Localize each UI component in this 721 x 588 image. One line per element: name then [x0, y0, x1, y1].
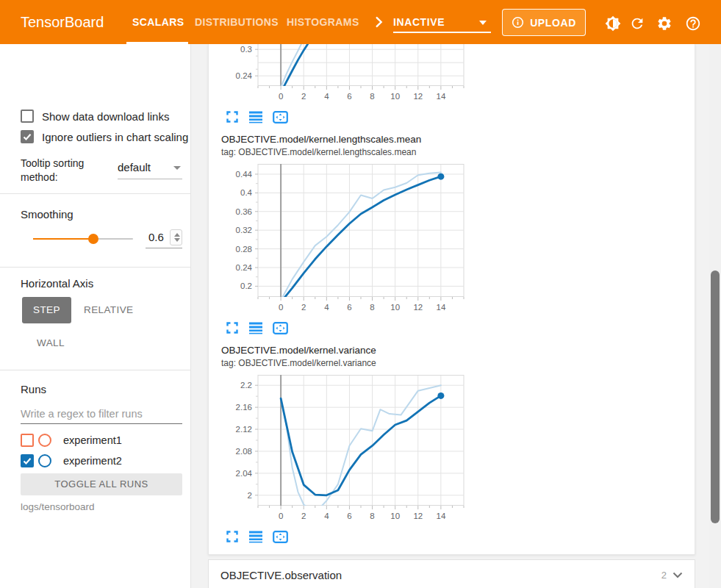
app-title: TensorBoard	[21, 0, 104, 44]
show-download-links-label: Show data download links	[42, 110, 189, 123]
svg-text:12: 12	[413, 303, 423, 312]
svg-text:0.28: 0.28	[236, 245, 252, 254]
tooltip-sorting-select[interactable]: default	[118, 159, 182, 179]
svg-text:0.3: 0.3	[240, 45, 252, 54]
chart-title: OBJECTIVE.model/kernel.lengthscales.mean	[221, 133, 486, 146]
smoothing-slider[interactable]	[33, 238, 133, 240]
scalar-chart[interactable]: 0.20.240.280.320.360.40.4402468101214	[221, 164, 471, 316]
chevron-down-icon	[672, 572, 683, 578]
fit-domain-icon[interactable]	[273, 111, 288, 123]
svg-text:6: 6	[347, 303, 351, 312]
smoothing-value-input[interactable]: 0.6	[146, 228, 182, 248]
run-radio-experiment1[interactable]	[38, 434, 51, 447]
spinner-up-icon[interactable]	[174, 233, 180, 237]
log-scale-icon[interactable]	[249, 321, 262, 334]
section-count-badge: 2	[661, 570, 667, 581]
chart-card-partial: 0.240.302468101214	[221, 44, 486, 124]
fullscreen-icon[interactable]	[226, 530, 239, 543]
section-title: OBJECTIVE.observation	[220, 569, 661, 581]
svg-text:6: 6	[347, 512, 351, 520]
axis-option-relative[interactable]: RELATIVE	[84, 297, 133, 323]
runs-filter-input[interactable]	[21, 404, 182, 424]
tab-scalars[interactable]: SCALARS	[132, 0, 184, 44]
svg-text:0: 0	[279, 512, 283, 520]
chart-card-lengthscales-mean: OBJECTIVE.model/kernel.lengthscales.mean…	[221, 133, 486, 335]
fit-domain-icon[interactable]	[273, 322, 288, 334]
upload-button[interactable]: UPLOAD	[502, 9, 586, 36]
smoothing-label: Smoothing	[21, 208, 73, 220]
svg-text:2: 2	[301, 303, 306, 312]
show-download-links-checkbox[interactable]	[21, 110, 34, 123]
active-tab-underline	[126, 42, 188, 44]
settings-sidebar: Show data download links Ignore outliers…	[0, 44, 191, 588]
scalar-chart[interactable]: 0.240.302468101214	[221, 44, 471, 105]
smoothing-slider-thumb[interactable]	[88, 234, 98, 244]
svg-text:12: 12	[413, 512, 423, 520]
dark-mode-toggle-icon[interactable]	[605, 15, 621, 32]
chart-tag: tag: OBJECTIVE.model/kernel.variance	[221, 357, 486, 369]
svg-text:0: 0	[279, 92, 283, 101]
svg-text:14: 14	[436, 512, 445, 520]
runs-label: Runs	[21, 383, 46, 395]
divider	[0, 267, 191, 268]
svg-text:8: 8	[370, 303, 374, 312]
run-checkbox-experiment1[interactable]	[21, 434, 34, 447]
svg-text:2.2: 2.2	[240, 381, 252, 390]
run-checkbox-experiment2[interactable]	[21, 454, 34, 467]
ignore-outliers-label: Ignore outliers in chart scaling	[42, 131, 189, 143]
chevron-right-icon[interactable]	[370, 14, 387, 30]
check-icon	[21, 130, 34, 143]
tab-distributions[interactable]: DISTRIBUTIONS	[195, 0, 279, 44]
ignore-outliers-checkbox[interactable]	[21, 130, 34, 143]
svg-text:0.44: 0.44	[236, 170, 253, 179]
toggle-all-runs-button[interactable]: TOGGLE ALL RUNS	[21, 473, 182, 495]
chart-tag: tag: OBJECTIVE.model/kernel.lengthscales…	[221, 146, 486, 158]
svg-text:2: 2	[301, 92, 306, 101]
svg-text:4: 4	[324, 303, 329, 312]
scrollbar-thumb[interactable]	[711, 270, 720, 523]
svg-text:12: 12	[413, 92, 423, 101]
svg-text:2.12: 2.12	[236, 425, 252, 434]
chart-title: OBJECTIVE.model/kernel.variance	[221, 344, 486, 357]
log-scale-icon[interactable]	[249, 530, 262, 543]
log-directory-label: logs/tensorboard	[21, 501, 95, 512]
chart-card-variance: OBJECTIVE.model/kernel.variance tag: OBJ…	[221, 344, 486, 544]
fullscreen-icon[interactable]	[226, 321, 239, 334]
svg-text:4: 4	[324, 92, 329, 101]
dropdown-caret-icon	[479, 21, 487, 25]
svg-text:0.24: 0.24	[236, 71, 253, 80]
run-radio-experiment2[interactable]	[38, 454, 51, 467]
spinner-down-icon[interactable]	[174, 238, 180, 242]
dashboard-main: 0.240.302468101214 OBJECTIVE.model/kerne…	[191, 44, 721, 588]
run-label-experiment2: experiment2	[63, 455, 122, 467]
fullscreen-icon[interactable]	[226, 110, 239, 123]
info-icon	[512, 16, 524, 29]
help-icon[interactable]	[685, 15, 701, 32]
settings-gear-icon[interactable]	[656, 15, 672, 32]
status-label: INACTIVE	[393, 12, 491, 32]
svg-text:6: 6	[347, 92, 351, 101]
status-dropdown[interactable]: INACTIVE	[393, 12, 491, 33]
number-spinner[interactable]	[170, 229, 182, 245]
divider	[0, 193, 191, 194]
svg-text:0.4: 0.4	[240, 188, 253, 197]
svg-text:10: 10	[390, 303, 400, 312]
chart-toolbar	[221, 316, 486, 335]
log-scale-icon[interactable]	[249, 110, 262, 123]
scrollbar-track[interactable]	[709, 44, 721, 588]
tab-histograms[interactable]: HISTOGRAMS	[287, 0, 359, 44]
refresh-icon[interactable]	[629, 15, 645, 32]
scalar-charts-card: 0.240.302468101214 OBJECTIVE.model/kerne…	[208, 44, 695, 555]
svg-text:0: 0	[279, 303, 283, 312]
run-label-experiment1: experiment1	[63, 434, 122, 446]
svg-text:10: 10	[390, 512, 400, 520]
scalar-chart[interactable]: 22.042.082.122.162.202468101214	[221, 375, 471, 525]
tooltip-sorting-value: default	[118, 159, 182, 176]
axis-option-wall[interactable]: WALL	[37, 337, 65, 348]
svg-text:2: 2	[248, 491, 252, 500]
axis-option-step[interactable]: STEP	[22, 297, 71, 323]
divider	[0, 370, 191, 370]
svg-text:2.08: 2.08	[236, 447, 252, 456]
fit-domain-icon[interactable]	[273, 531, 288, 543]
collapsed-section-observation[interactable]: OBJECTIVE.observation 2	[208, 559, 695, 588]
